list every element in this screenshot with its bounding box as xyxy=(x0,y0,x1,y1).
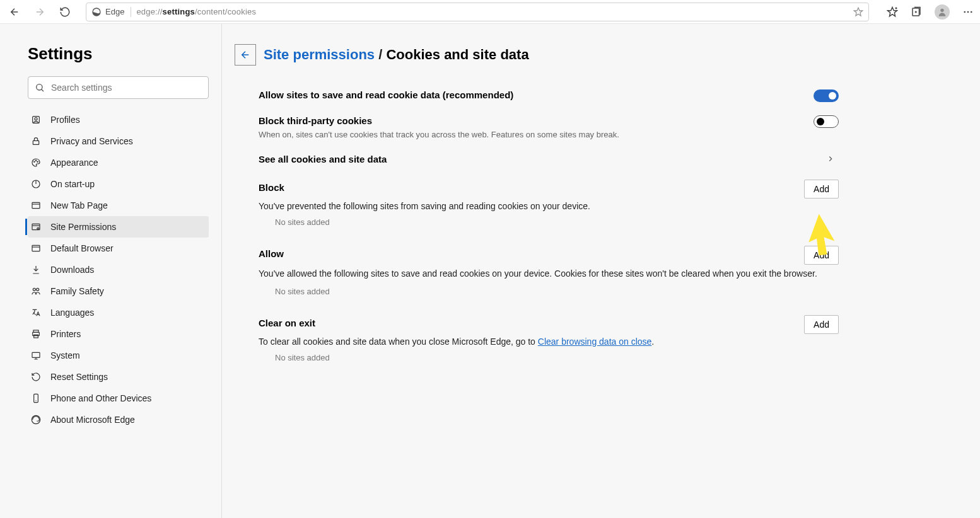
sidebar-item-privacy-and-services[interactable]: Privacy and Services xyxy=(28,130,209,152)
arrow-right-icon xyxy=(34,6,45,18)
sidebar-item-system[interactable]: System xyxy=(28,345,209,366)
svg-point-5 xyxy=(971,11,972,13)
breadcrumb-parent-link[interactable]: Site permissions xyxy=(264,47,375,62)
svg-point-16 xyxy=(37,227,39,229)
reset-icon xyxy=(30,372,42,382)
address-bar[interactable]: Edge edge://settings/content/cookies xyxy=(86,3,869,21)
svg-rect-9 xyxy=(33,141,38,144)
phone-icon xyxy=(30,393,42,403)
sidebar-item-label: Default Browser xyxy=(50,243,114,253)
svg-point-10 xyxy=(34,161,35,162)
collections-icon[interactable] xyxy=(911,6,922,18)
sidebar-item-about-microsoft-edge[interactable]: About Microsoft Edge xyxy=(28,409,209,430)
sidebar-item-label: Privacy and Services xyxy=(50,136,133,146)
sidebar-item-label: Profiles xyxy=(50,115,80,125)
sidebar-item-site-permissions[interactable]: Site Permissions xyxy=(28,216,209,238)
more-icon[interactable] xyxy=(962,6,974,18)
sidebar-item-reset-settings[interactable]: Reset Settings xyxy=(28,366,209,388)
favorites-icon[interactable] xyxy=(887,6,898,18)
sidebar-item-default-browser[interactable]: Default Browser xyxy=(28,238,209,259)
clear-data-on-close-link[interactable]: Clear browsing data on close xyxy=(538,337,652,347)
block-third-toggle[interactable] xyxy=(814,115,839,128)
svg-point-11 xyxy=(35,160,36,161)
clear-add-button[interactable]: Add xyxy=(804,315,839,334)
browser-toolbar: Edge edge://settings/content/cookies xyxy=(0,0,980,24)
allow-cookies-title: Allow sites to save and read cookie data… xyxy=(259,89,513,100)
sidebar-list: ProfilesPrivacy and ServicesAppearanceOn… xyxy=(28,109,209,430)
profile-avatar[interactable] xyxy=(935,4,950,20)
sidebar-item-label: About Microsoft Edge xyxy=(50,415,135,425)
svg-point-2 xyxy=(940,8,943,11)
system-icon xyxy=(30,350,42,360)
arrow-left-icon xyxy=(9,6,20,18)
svg-rect-22 xyxy=(34,335,38,338)
clear-desc: To clear all cookies and site data when … xyxy=(259,337,839,347)
allow-title: Allow xyxy=(259,248,284,259)
block-third-title: Block third-party cookies xyxy=(259,115,619,126)
person-icon xyxy=(937,7,947,17)
svg-point-18 xyxy=(33,288,35,291)
settings-content: Allow sites to save and read cookie data… xyxy=(259,83,839,362)
tab-icon xyxy=(30,200,42,210)
breadcrumb: Site permissions / Cookies and site data xyxy=(264,47,529,63)
printer-icon xyxy=(30,329,42,339)
search-input[interactable] xyxy=(51,83,202,93)
back-button[interactable] xyxy=(6,4,23,20)
sidebar-item-label: System xyxy=(50,350,80,360)
lock-icon xyxy=(30,136,42,146)
sidebar-item-profiles[interactable]: Profiles xyxy=(28,109,209,130)
sidebar-item-family-safety[interactable]: Family Safety xyxy=(28,280,209,302)
page-label: Edge xyxy=(105,7,124,16)
allow-section-header: Allow Add xyxy=(259,239,839,271)
profile-icon xyxy=(30,115,42,125)
clear-section-header: Clear on exit Add xyxy=(259,309,839,340)
svg-point-6 xyxy=(37,84,42,90)
sidebar-item-phone-and-other-devices[interactable]: Phone and Other Devices xyxy=(28,388,209,409)
svg-point-3 xyxy=(964,11,965,13)
settings-sidebar: Settings ProfilesPrivacy and ServicesApp… xyxy=(0,24,222,518)
svg-point-4 xyxy=(967,11,969,13)
refresh-icon xyxy=(59,6,71,18)
see-all-cookies-row[interactable]: See all cookies and site data xyxy=(259,147,839,173)
download-icon xyxy=(30,265,42,275)
svg-point-8 xyxy=(35,118,37,120)
forward-button[interactable] xyxy=(32,4,48,20)
browser-icon xyxy=(30,243,42,253)
family-icon xyxy=(30,286,42,296)
sidebar-item-downloads[interactable]: Downloads xyxy=(28,259,209,280)
toolbar-right xyxy=(887,4,974,20)
edge-icon xyxy=(30,415,42,425)
refresh-button[interactable] xyxy=(57,4,73,20)
block-desc: You've prevented the following sites fro… xyxy=(259,201,839,211)
see-all-title: See all cookies and site data xyxy=(259,154,387,164)
sidebar-item-new-tab-page[interactable]: New Tab Page xyxy=(28,195,209,216)
url-text: edge://settings/content/cookies xyxy=(136,7,256,16)
sidebar-item-label: Printers xyxy=(50,329,81,339)
block-add-button[interactable]: Add xyxy=(804,180,839,199)
sidebar-item-label: Phone and Other Devices xyxy=(50,393,151,403)
block-third-desc: When on, sites can't use cookies that tr… xyxy=(259,129,619,141)
back-to-parent-button[interactable] xyxy=(235,44,256,66)
clear-empty: No sites added xyxy=(275,353,839,362)
arrow-left-icon xyxy=(240,49,251,60)
page-identity: Edge xyxy=(91,7,131,17)
search-settings[interactable] xyxy=(28,76,209,99)
svg-rect-23 xyxy=(32,352,40,357)
allow-cookies-toggle[interactable] xyxy=(814,89,839,102)
svg-rect-17 xyxy=(32,245,40,251)
settings-main: Site permissions / Cookies and site data… xyxy=(222,24,980,518)
breadcrumb-current: Cookies and site data xyxy=(386,47,528,62)
allow-desc: You've allowed the following sites to sa… xyxy=(259,267,839,280)
svg-point-19 xyxy=(37,288,39,291)
sidebar-item-label: Reset Settings xyxy=(50,372,108,382)
sidebar-item-appearance[interactable]: Appearance xyxy=(28,152,209,173)
sidebar-item-printers[interactable]: Printers xyxy=(28,323,209,345)
sidebar-item-label: Site Permissions xyxy=(50,222,116,232)
chevron-right-icon xyxy=(826,154,839,166)
settings-page: Settings ProfilesPrivacy and ServicesApp… xyxy=(0,24,980,518)
sidebar-item-languages[interactable]: Languages xyxy=(28,302,209,323)
sidebar-item-on-start-up[interactable]: On start-up xyxy=(28,173,209,195)
allow-empty: No sites added xyxy=(275,287,839,296)
sidebar-item-label: Downloads xyxy=(50,265,94,275)
star-outline-icon[interactable] xyxy=(853,7,863,17)
